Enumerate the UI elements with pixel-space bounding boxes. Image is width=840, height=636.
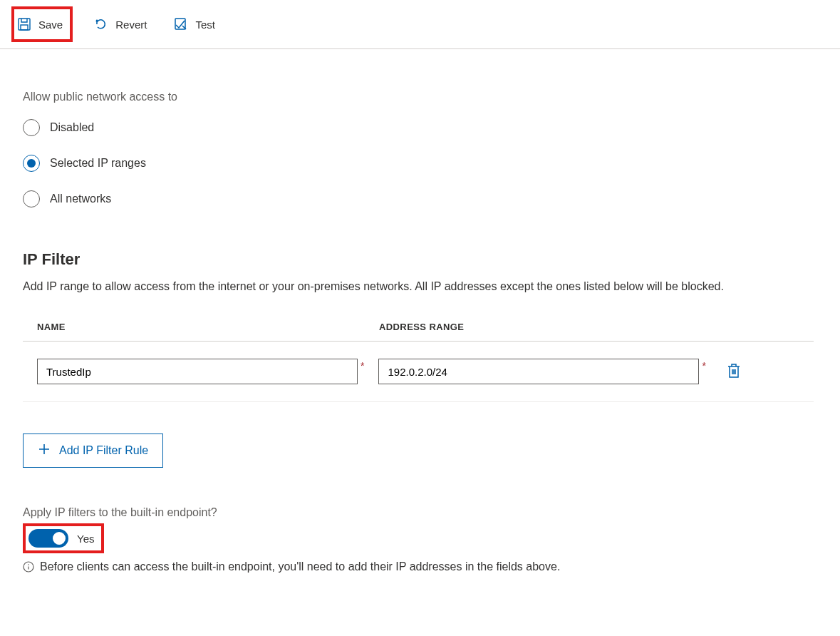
revert-button[interactable]: Revert: [88, 9, 152, 39]
ip-filter-table: NAME ADDRESS RANGE * *: [23, 322, 814, 402]
apply-builtin-toggle-wrap: Yes: [23, 523, 104, 553]
toolbar: Save Revert Test: [0, 0, 840, 49]
col-header-name: NAME: [37, 322, 379, 332]
plus-icon: [38, 443, 51, 458]
radio-label: Disabled: [50, 121, 94, 134]
rule-name-input[interactable]: [37, 359, 358, 384]
network-access-label: Allow public network access to: [23, 91, 829, 103]
content-area: Allow public network access to Disabled …: [0, 49, 840, 579]
radio-all-networks[interactable]: All networks: [23, 190, 829, 207]
add-rule-label: Add IP Filter Rule: [59, 444, 148, 457]
radio-label: Selected IP ranges: [50, 157, 146, 170]
toggle-state-label: Yes: [77, 533, 94, 545]
ip-filter-description: Add IP range to allow access from the in…: [23, 280, 829, 293]
svg-rect-1: [21, 25, 28, 30]
test-icon: [174, 17, 188, 31]
test-label: Test: [195, 19, 215, 31]
toggle-knob-icon: [53, 532, 66, 545]
trash-icon: [726, 362, 742, 381]
network-access-radio-group: Disabled Selected IP ranges All networks: [23, 119, 829, 207]
table-header: NAME ADDRESS RANGE: [23, 322, 814, 342]
radio-circle-icon: [23, 119, 40, 136]
revert-icon: [94, 17, 108, 31]
builtin-info-row: Before clients can access the built-in e…: [23, 560, 829, 573]
radio-circle-icon: [23, 190, 40, 207]
col-header-range: ADDRESS RANGE: [379, 322, 721, 332]
save-button[interactable]: Save: [11, 6, 73, 42]
required-indicator: *: [361, 360, 364, 371]
apply-builtin-label: Apply IP filters to the built-in endpoin…: [23, 506, 829, 519]
svg-point-4: [28, 564, 29, 565]
save-icon: [17, 17, 31, 31]
info-icon: [23, 561, 34, 573]
ip-filter-heading: IP Filter: [23, 250, 829, 269]
apply-builtin-toggle[interactable]: [28, 529, 68, 548]
radio-circle-icon: [23, 155, 40, 172]
add-ip-filter-rule-button[interactable]: Add IP Filter Rule: [23, 434, 163, 468]
rule-range-input[interactable]: [378, 359, 699, 384]
test-button[interactable]: Test: [168, 9, 221, 39]
delete-rule-button[interactable]: [726, 362, 742, 381]
required-indicator: *: [702, 360, 705, 371]
radio-label: All networks: [50, 193, 111, 205]
revert-label: Revert: [115, 19, 147, 31]
radio-disabled[interactable]: Disabled: [23, 119, 829, 136]
builtin-info-text: Before clients can access the built-in e…: [40, 560, 560, 573]
save-label: Save: [38, 19, 63, 31]
radio-selected-ip[interactable]: Selected IP ranges: [23, 155, 829, 172]
table-row: * *: [23, 342, 814, 402]
